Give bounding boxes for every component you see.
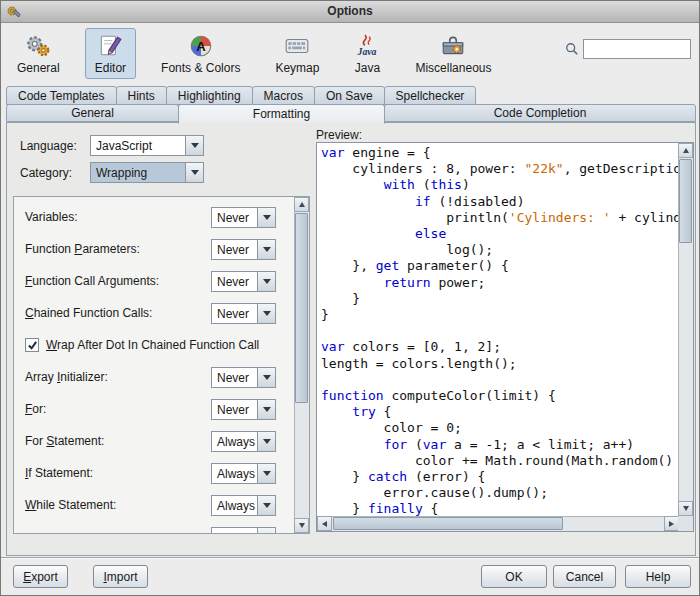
window-icon[interactable] xyxy=(6,4,22,20)
scrollbar-thumb[interactable] xyxy=(679,159,692,243)
code-line: color += Math.round(Math.random() * 100)… xyxy=(321,453,678,469)
titlebar: Options xyxy=(1,1,699,23)
dropdown-arrow-icon[interactable] xyxy=(257,400,275,419)
toolbar-item-fonts-colors[interactable]: A Fonts & Colors xyxy=(151,28,250,79)
window-title: Options xyxy=(1,1,699,22)
help-button[interactable]: Help xyxy=(625,565,691,588)
dropdown-arrow-icon[interactable] xyxy=(257,240,275,259)
for-select[interactable]: Never xyxy=(211,399,276,420)
option-row xyxy=(14,527,309,534)
dropdown-arrow-icon[interactable] xyxy=(257,432,275,451)
gears-icon xyxy=(25,33,51,59)
dropdown-arrow-icon[interactable] xyxy=(185,163,203,182)
code-line: return power; xyxy=(321,275,678,291)
category-select[interactable]: Wrapping xyxy=(90,162,204,183)
function-call-arguments-select[interactable]: Never xyxy=(211,271,276,292)
code-preview-pane: var engine = { cylinders : 8, power: "22… xyxy=(316,142,694,532)
code-line: for (var a = -1; a < limit; a++) xyxy=(321,437,678,453)
dropdown-arrow-icon[interactable] xyxy=(257,272,275,291)
tab-spellchecker[interactable]: Spellchecker xyxy=(384,86,477,105)
language-select[interactable]: JavaScript xyxy=(90,135,204,156)
option-row: Chained Function Calls: Never xyxy=(14,303,309,324)
dropdown-arrow-icon[interactable] xyxy=(257,368,275,387)
chained-function-calls-select[interactable]: Never xyxy=(211,303,276,324)
toolbar-item-label: Keymap xyxy=(275,61,319,75)
option-value: Never xyxy=(212,240,257,259)
wrapping-options-list: Variables: Never Function Parameters: Ne… xyxy=(13,196,310,534)
scrollbar-thumb[interactable] xyxy=(295,213,308,403)
while-statement-select[interactable]: Always xyxy=(211,495,276,516)
scroll-right-arrow[interactable] xyxy=(664,516,679,531)
code-line xyxy=(321,372,678,388)
dropdown-arrow-icon[interactable] xyxy=(185,136,203,155)
scroll-up-arrow[interactable] xyxy=(294,197,309,212)
dropdown-arrow-icon[interactable] xyxy=(257,496,275,515)
scrollbar-thumb[interactable] xyxy=(333,517,563,530)
code-line: } xyxy=(321,307,678,323)
tab-on-save[interactable]: On Save xyxy=(314,86,385,105)
option-value: Always xyxy=(212,432,257,451)
preview-horizontal-scrollbar[interactable] xyxy=(317,516,678,531)
export-button[interactable]: Export xyxy=(13,565,68,588)
tab-hints[interactable]: Hints xyxy=(116,86,167,105)
toolbar-item-label: Java xyxy=(355,61,380,75)
tab-code-completion[interactable]: Code Completion xyxy=(384,104,696,122)
toolbar-item-keymap[interactable]: Keymap xyxy=(265,28,329,79)
wrap-after-dot-checkbox[interactable] xyxy=(25,338,39,352)
option-value xyxy=(212,528,257,534)
tab-code-templates[interactable]: Code Templates xyxy=(6,86,117,105)
option-label: For Statement: xyxy=(25,431,104,452)
code-line: color = 0; xyxy=(321,420,678,436)
category-label: Category: xyxy=(20,166,72,180)
option-value: Never xyxy=(212,368,257,387)
import-button[interactable]: Import xyxy=(93,565,148,588)
for-statement-select[interactable]: Always xyxy=(211,431,276,452)
if-statement-select[interactable]: Always xyxy=(211,463,276,484)
code-line: log(); xyxy=(321,242,678,258)
option-value: Always xyxy=(212,496,257,515)
option-label: Chained Function Calls: xyxy=(25,303,152,324)
scroll-up-arrow[interactable] xyxy=(678,143,693,158)
toolbar-item-editor[interactable]: Editor xyxy=(85,28,136,79)
variables-select[interactable]: Never xyxy=(211,207,276,228)
cancel-button[interactable]: Cancel xyxy=(553,565,616,588)
array-initializer-select[interactable]: Never xyxy=(211,367,276,388)
ok-button[interactable]: OK xyxy=(481,565,547,588)
toolbar-item-miscellaneous[interactable]: Miscellaneous xyxy=(405,28,501,79)
option-row: For Statement: Always xyxy=(14,431,309,452)
toolbar-item-general[interactable]: General xyxy=(7,28,70,79)
preview-vertical-scrollbar[interactable] xyxy=(678,143,693,516)
code-line: } catch (error) { xyxy=(321,469,678,485)
footer-separator xyxy=(1,557,699,559)
code-line: error.cause().dump(); xyxy=(321,485,678,501)
tab-general[interactable]: General xyxy=(6,104,179,122)
scroll-down-arrow[interactable] xyxy=(678,501,693,516)
dropdown-arrow-icon[interactable] xyxy=(257,304,275,323)
options-vertical-scrollbar[interactable] xyxy=(294,197,309,533)
toolbar-item-java[interactable]: Java Java xyxy=(344,28,390,79)
partial-row-select[interactable] xyxy=(211,527,276,534)
option-row: Variables: Never xyxy=(14,207,309,228)
option-label: Function Call Arguments: xyxy=(25,271,159,292)
dropdown-arrow-icon[interactable] xyxy=(257,528,275,534)
dropdown-arrow-icon[interactable] xyxy=(257,464,275,483)
option-row: Wrap After Dot In Chained Function Call xyxy=(14,335,309,356)
tab-formatting[interactable]: Formatting xyxy=(178,104,385,124)
code-line: try { xyxy=(321,404,678,420)
code-line: var engine = { xyxy=(321,145,678,161)
dropdown-arrow-icon[interactable] xyxy=(257,208,275,227)
code-line: }, get parameter() { xyxy=(321,258,678,274)
option-value: Always xyxy=(212,464,257,483)
option-row: While Statement: Always xyxy=(14,495,309,516)
code-line: with (this) xyxy=(321,177,678,193)
scroll-down-arrow[interactable] xyxy=(294,518,309,533)
tab-macros[interactable]: Macros xyxy=(252,86,315,105)
keyboard-icon xyxy=(284,33,310,59)
function-parameters-select[interactable]: Never xyxy=(211,239,276,260)
scroll-left-arrow[interactable] xyxy=(317,516,332,531)
code-line: println('Cylinders: ' + cylinders); xyxy=(321,210,678,226)
tab-highlighting[interactable]: Highlighting xyxy=(166,86,253,105)
code-line: var colors = [0, 1, 2]; xyxy=(321,339,678,355)
search-input[interactable] xyxy=(583,39,691,59)
category-value: Wrapping xyxy=(91,163,185,182)
